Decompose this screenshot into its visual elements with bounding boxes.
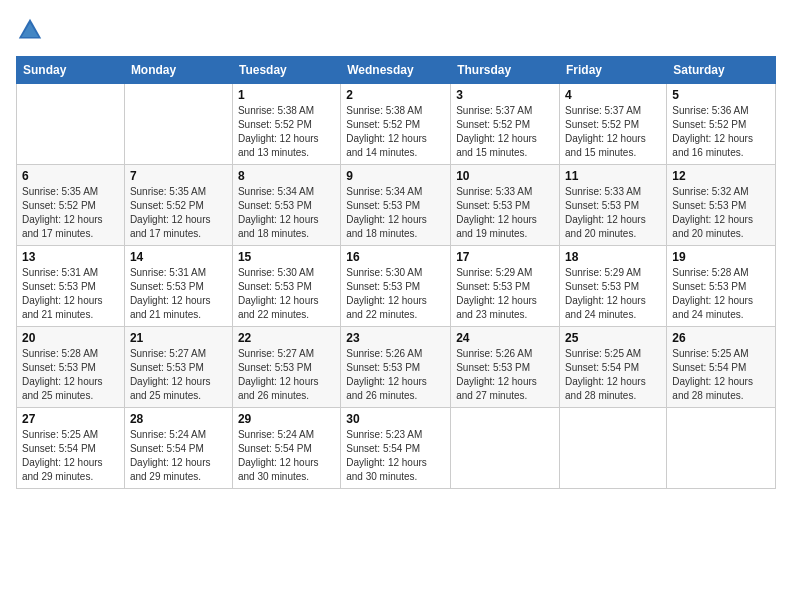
day-number: 9 xyxy=(346,169,445,183)
day-cell: 17Sunrise: 5:29 AMSunset: 5:53 PMDayligh… xyxy=(451,246,560,327)
day-detail: Sunrise: 5:38 AMSunset: 5:52 PMDaylight:… xyxy=(346,104,445,160)
day-number: 18 xyxy=(565,250,661,264)
day-number: 5 xyxy=(672,88,770,102)
day-cell: 9Sunrise: 5:34 AMSunset: 5:53 PMDaylight… xyxy=(341,165,451,246)
day-number: 19 xyxy=(672,250,770,264)
day-number: 17 xyxy=(456,250,554,264)
day-number: 15 xyxy=(238,250,335,264)
day-detail: Sunrise: 5:30 AMSunset: 5:53 PMDaylight:… xyxy=(238,266,335,322)
day-cell xyxy=(560,408,667,489)
day-detail: Sunrise: 5:30 AMSunset: 5:53 PMDaylight:… xyxy=(346,266,445,322)
day-cell: 7Sunrise: 5:35 AMSunset: 5:52 PMDaylight… xyxy=(124,165,232,246)
day-cell: 14Sunrise: 5:31 AMSunset: 5:53 PMDayligh… xyxy=(124,246,232,327)
day-number: 7 xyxy=(130,169,227,183)
day-number: 13 xyxy=(22,250,119,264)
calendar-table: SundayMondayTuesdayWednesdayThursdayFrid… xyxy=(16,56,776,489)
day-number: 30 xyxy=(346,412,445,426)
day-cell: 18Sunrise: 5:29 AMSunset: 5:53 PMDayligh… xyxy=(560,246,667,327)
day-cell: 21Sunrise: 5:27 AMSunset: 5:53 PMDayligh… xyxy=(124,327,232,408)
day-detail: Sunrise: 5:34 AMSunset: 5:53 PMDaylight:… xyxy=(238,185,335,241)
day-number: 2 xyxy=(346,88,445,102)
header-cell-thursday: Thursday xyxy=(451,57,560,84)
day-number: 10 xyxy=(456,169,554,183)
week-row-2: 6Sunrise: 5:35 AMSunset: 5:52 PMDaylight… xyxy=(17,165,776,246)
day-cell: 24Sunrise: 5:26 AMSunset: 5:53 PMDayligh… xyxy=(451,327,560,408)
day-cell: 8Sunrise: 5:34 AMSunset: 5:53 PMDaylight… xyxy=(232,165,340,246)
day-cell: 25Sunrise: 5:25 AMSunset: 5:54 PMDayligh… xyxy=(560,327,667,408)
day-cell: 30Sunrise: 5:23 AMSunset: 5:54 PMDayligh… xyxy=(341,408,451,489)
day-number: 27 xyxy=(22,412,119,426)
calendar-body: 1Sunrise: 5:38 AMSunset: 5:52 PMDaylight… xyxy=(17,84,776,489)
day-cell: 4Sunrise: 5:37 AMSunset: 5:52 PMDaylight… xyxy=(560,84,667,165)
day-detail: Sunrise: 5:26 AMSunset: 5:53 PMDaylight:… xyxy=(346,347,445,403)
day-number: 29 xyxy=(238,412,335,426)
day-cell: 1Sunrise: 5:38 AMSunset: 5:52 PMDaylight… xyxy=(232,84,340,165)
day-number: 11 xyxy=(565,169,661,183)
day-number: 8 xyxy=(238,169,335,183)
day-cell: 15Sunrise: 5:30 AMSunset: 5:53 PMDayligh… xyxy=(232,246,340,327)
day-cell: 23Sunrise: 5:26 AMSunset: 5:53 PMDayligh… xyxy=(341,327,451,408)
week-row-1: 1Sunrise: 5:38 AMSunset: 5:52 PMDaylight… xyxy=(17,84,776,165)
logo xyxy=(16,16,48,44)
day-detail: Sunrise: 5:26 AMSunset: 5:53 PMDaylight:… xyxy=(456,347,554,403)
day-detail: Sunrise: 5:27 AMSunset: 5:53 PMDaylight:… xyxy=(238,347,335,403)
day-detail: Sunrise: 5:29 AMSunset: 5:53 PMDaylight:… xyxy=(565,266,661,322)
day-number: 14 xyxy=(130,250,227,264)
header-cell-saturday: Saturday xyxy=(667,57,776,84)
day-number: 4 xyxy=(565,88,661,102)
day-cell: 22Sunrise: 5:27 AMSunset: 5:53 PMDayligh… xyxy=(232,327,340,408)
day-cell: 11Sunrise: 5:33 AMSunset: 5:53 PMDayligh… xyxy=(560,165,667,246)
day-number: 6 xyxy=(22,169,119,183)
day-cell: 10Sunrise: 5:33 AMSunset: 5:53 PMDayligh… xyxy=(451,165,560,246)
day-detail: Sunrise: 5:24 AMSunset: 5:54 PMDaylight:… xyxy=(238,428,335,484)
header-cell-monday: Monday xyxy=(124,57,232,84)
header-cell-tuesday: Tuesday xyxy=(232,57,340,84)
header-row: SundayMondayTuesdayWednesdayThursdayFrid… xyxy=(17,57,776,84)
day-detail: Sunrise: 5:34 AMSunset: 5:53 PMDaylight:… xyxy=(346,185,445,241)
day-cell: 19Sunrise: 5:28 AMSunset: 5:53 PMDayligh… xyxy=(667,246,776,327)
day-detail: Sunrise: 5:33 AMSunset: 5:53 PMDaylight:… xyxy=(565,185,661,241)
day-number: 21 xyxy=(130,331,227,345)
day-detail: Sunrise: 5:29 AMSunset: 5:53 PMDaylight:… xyxy=(456,266,554,322)
day-cell: 28Sunrise: 5:24 AMSunset: 5:54 PMDayligh… xyxy=(124,408,232,489)
day-cell: 27Sunrise: 5:25 AMSunset: 5:54 PMDayligh… xyxy=(17,408,125,489)
day-detail: Sunrise: 5:37 AMSunset: 5:52 PMDaylight:… xyxy=(456,104,554,160)
day-cell: 5Sunrise: 5:36 AMSunset: 5:52 PMDaylight… xyxy=(667,84,776,165)
day-number: 1 xyxy=(238,88,335,102)
day-cell xyxy=(17,84,125,165)
day-detail: Sunrise: 5:38 AMSunset: 5:52 PMDaylight:… xyxy=(238,104,335,160)
day-detail: Sunrise: 5:28 AMSunset: 5:53 PMDaylight:… xyxy=(672,266,770,322)
day-detail: Sunrise: 5:25 AMSunset: 5:54 PMDaylight:… xyxy=(565,347,661,403)
day-cell xyxy=(124,84,232,165)
day-detail: Sunrise: 5:32 AMSunset: 5:53 PMDaylight:… xyxy=(672,185,770,241)
day-number: 24 xyxy=(456,331,554,345)
day-cell: 6Sunrise: 5:35 AMSunset: 5:52 PMDaylight… xyxy=(17,165,125,246)
day-number: 20 xyxy=(22,331,119,345)
day-detail: Sunrise: 5:28 AMSunset: 5:53 PMDaylight:… xyxy=(22,347,119,403)
day-cell xyxy=(667,408,776,489)
day-detail: Sunrise: 5:27 AMSunset: 5:53 PMDaylight:… xyxy=(130,347,227,403)
day-number: 22 xyxy=(238,331,335,345)
calendar-header: SundayMondayTuesdayWednesdayThursdayFrid… xyxy=(17,57,776,84)
day-cell: 20Sunrise: 5:28 AMSunset: 5:53 PMDayligh… xyxy=(17,327,125,408)
day-detail: Sunrise: 5:25 AMSunset: 5:54 PMDaylight:… xyxy=(22,428,119,484)
day-detail: Sunrise: 5:23 AMSunset: 5:54 PMDaylight:… xyxy=(346,428,445,484)
logo-icon xyxy=(16,16,44,44)
day-cell: 12Sunrise: 5:32 AMSunset: 5:53 PMDayligh… xyxy=(667,165,776,246)
day-cell: 2Sunrise: 5:38 AMSunset: 5:52 PMDaylight… xyxy=(341,84,451,165)
day-number: 26 xyxy=(672,331,770,345)
day-cell: 26Sunrise: 5:25 AMSunset: 5:54 PMDayligh… xyxy=(667,327,776,408)
day-number: 23 xyxy=(346,331,445,345)
header xyxy=(16,16,776,44)
day-number: 12 xyxy=(672,169,770,183)
header-cell-wednesday: Wednesday xyxy=(341,57,451,84)
day-detail: Sunrise: 5:35 AMSunset: 5:52 PMDaylight:… xyxy=(22,185,119,241)
week-row-3: 13Sunrise: 5:31 AMSunset: 5:53 PMDayligh… xyxy=(17,246,776,327)
header-cell-friday: Friday xyxy=(560,57,667,84)
day-cell: 16Sunrise: 5:30 AMSunset: 5:53 PMDayligh… xyxy=(341,246,451,327)
day-number: 25 xyxy=(565,331,661,345)
day-detail: Sunrise: 5:31 AMSunset: 5:53 PMDaylight:… xyxy=(130,266,227,322)
day-cell: 29Sunrise: 5:24 AMSunset: 5:54 PMDayligh… xyxy=(232,408,340,489)
day-detail: Sunrise: 5:37 AMSunset: 5:52 PMDaylight:… xyxy=(565,104,661,160)
day-number: 28 xyxy=(130,412,227,426)
